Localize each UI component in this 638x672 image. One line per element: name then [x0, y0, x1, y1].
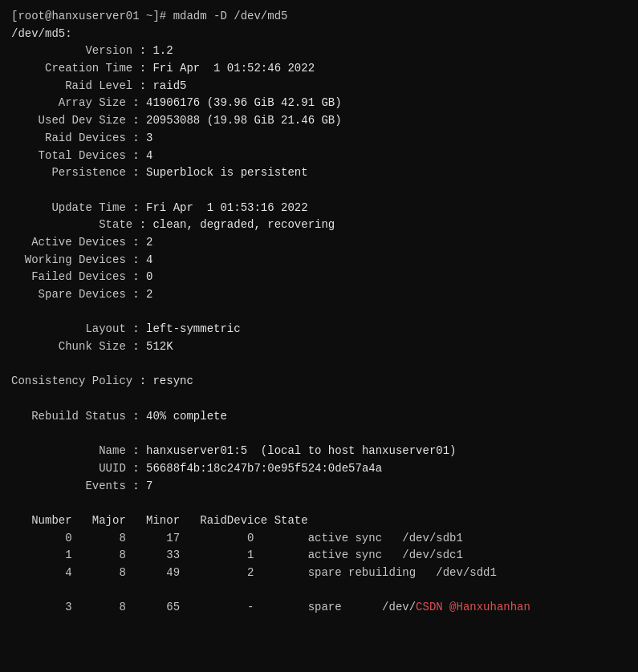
terminal: [root@hanxuserver01 ~]# mdadm -D /dev/md…	[11, 8, 627, 617]
csdn-watermark: CSDN @Hanxuhanhan	[416, 601, 530, 613]
field-layout: Layout : left-symmetric	[11, 321, 627, 338]
blank-line-4	[11, 391, 627, 408]
table-row-3: 3 8 65 - spare /dev/CSDN @Hanxuhanhan	[11, 599, 627, 617]
command-prompt: [root@hanxuserver01 ~]# mdadm -D /dev/md…	[11, 8, 627, 26]
blank-line-2	[11, 304, 627, 322]
prompt-text: [root@hanxuserver01 ~]#	[11, 10, 173, 22]
table-header: Number Major Minor RaidDevice State	[11, 512, 627, 530]
command-text: mdadm -D /dev/md5	[173, 10, 288, 22]
table-row-1: 1 8 33 1 active sync /dev/sdc1	[11, 547, 627, 565]
field-failed-devices: Failed Devices : 0	[11, 269, 627, 286]
field-consistency-policy: Consistency Policy : resync	[11, 373, 627, 391]
field-events: Events : 7	[11, 478, 627, 496]
field-uuid: UUID : 56688f4b:18c247b7:0e95f524:0de57a…	[11, 460, 627, 478]
blank-line-7	[11, 582, 627, 600]
field-total-devices: Total Devices : 4	[11, 148, 627, 165]
table-row-4: 4 8 49 2 spare rebuilding /dev/sdd1	[11, 565, 627, 582]
field-array-size: Array Size : 41906176 (39.96 GiB 42.91 G…	[11, 95, 627, 112]
field-raid-devices: Raid Devices : 3	[11, 130, 627, 148]
field-chunk-size: Chunk Size : 512K	[11, 338, 627, 356]
blank-line-6	[11, 495, 627, 512]
field-working-devices: Working Devices : 4	[11, 252, 627, 269]
field-creation-time: Creation Time : Fri Apr 1 01:52:46 2022	[11, 60, 627, 78]
blank-line-1	[11, 182, 627, 200]
field-name: Name : hanxuserver01:5 (local to host ha…	[11, 443, 627, 460]
field-update-time: Update Time : Fri Apr 1 01:53:16 2022	[11, 200, 627, 217]
blank-line-3	[11, 356, 627, 374]
field-used-dev-size: Used Dev Size : 20953088 (19.98 GiB 21.4…	[11, 112, 627, 130]
table-row-0: 0 8 17 0 active sync /dev/sdb1	[11, 530, 627, 548]
field-persistence: Persistence : Superblock is persistent	[11, 164, 627, 182]
field-active-devices: Active Devices : 2	[11, 234, 627, 252]
blank-line-5	[11, 426, 627, 443]
field-state: State : clean, degraded, recovering	[11, 217, 627, 234]
field-raid-level: Raid Level : raid5	[11, 78, 627, 95]
device-line: /dev/md5:	[11, 26, 627, 43]
field-spare-devices: Spare Devices : 2	[11, 286, 627, 304]
field-version: Version : 1.2	[11, 43, 627, 60]
field-rebuild-status: Rebuild Status : 40% complete	[11, 408, 627, 426]
